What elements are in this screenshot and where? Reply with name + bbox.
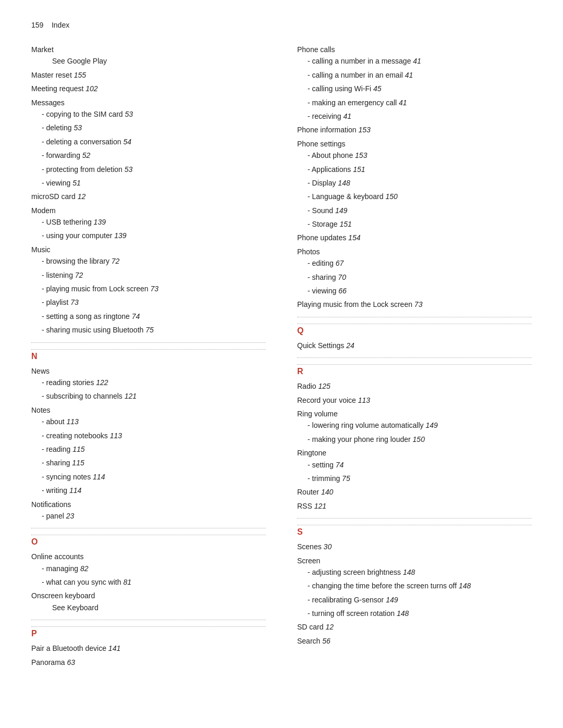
page-number: 66 [336,287,346,295]
index-entry: MarketSee Google Play [31,44,266,67]
entry-sub-item: - sharing 115 [31,457,266,468]
entry-sub-item: - playlist 73 [31,297,266,308]
sub-text: - about [42,417,65,426]
page-number: 159 [31,21,43,29]
entry-sub-item: - lowering ring volume automatically 149 [297,419,532,431]
entry-sub-item: - browsing the library 72 [31,255,266,267]
page-number: 81 [121,578,131,586]
section-letter: O [31,537,266,547]
sub-text: - playing music from Lock screen [42,285,149,293]
entry-sub-item: - managing 82 [31,563,266,574]
section-divider [297,317,532,317]
entry-sub-item: - setting 74 [297,459,532,471]
entry-title: Ringtone [297,449,326,457]
sub-text: - viewing [308,287,336,295]
sub-text: - reading [42,445,70,453]
sub-text: - calling a number in a message [308,57,411,65]
index-entry: RSS 121 [297,500,532,512]
page-number: 149 [384,596,398,604]
entry-sub-item: - adjusting screen brightness 148 [297,566,532,578]
entry-title-line: Playing music from the Lock screen 73 [297,299,532,310]
entry-title-line: Notes [31,404,266,416]
section-divider [297,364,532,365]
index-entry: Online accounts- managing 82- what can y… [31,551,266,588]
page-number: 73 [68,298,78,306]
entry-title-line: Phone calls [297,44,532,55]
sub-text: - using your computer [42,231,112,240]
entry-title: Master reset [31,71,72,79]
entry-title-line: Meeting request 102 [31,83,266,94]
entry-title: SD card [297,623,324,631]
entry-title-line: Panorama 63 [31,657,266,668]
entry-title: Meeting request [31,84,83,93]
entry-title: Phone calls [297,45,335,54]
entry-title-line: Market [31,44,266,55]
section-divider [297,324,532,324]
page-number: 148 [336,179,350,187]
entry-title-line: Onscreen keyboard [31,590,266,601]
page-number: 51 [70,179,80,187]
index-entry: Screen- adjusting screen brightness 148 … [297,555,532,620]
entry-title-line: Messages [31,97,266,108]
entry-sub-item: - Sound 149 [297,205,532,216]
entry-sub-item: - viewing 51 [31,177,266,189]
page-number: 74 [130,312,140,320]
page-number: 41 [397,98,407,107]
page-number: 148 [457,582,471,590]
entry-title: Market [31,45,54,54]
page-number: 121 [123,392,137,400]
section-letter: P [31,629,266,638]
page-number: 41 [411,57,421,65]
page-number: 139 [92,218,106,226]
index-entry: Search 56 [297,635,532,647]
entry-title-line: Pair a Bluetooth device 141 [31,643,266,654]
entry-title-line: microSD card 12 [31,191,266,202]
entry-sub-item: - calling a number in a message 41 [297,55,532,67]
sub-text: - deleting [42,124,72,132]
sub-text: - protecting from deletion [42,165,123,174]
right-column: Phone calls- calling a number in a messa… [297,44,532,670]
entry-sub-item: - Display 148 [297,177,532,189]
entry-title-line: Online accounts [31,551,266,562]
entry-title-line: Phone updates 154 [297,232,532,243]
entry-sub-item: - sharing music using Bluetooth 75 [31,324,266,336]
section-divider [31,349,266,350]
sub-text: See Google Play [42,57,107,65]
entry-title-line: Router 140 [297,486,532,498]
entry-title: Scenes [297,542,322,551]
sub-text: - sharing [42,459,70,467]
entry-sub-item: - deleting 53 [31,122,266,133]
entry-sub-item: - creating notebooks 113 [31,430,266,441]
sub-text: - Applications [308,165,351,174]
page-number: 122 [94,378,108,387]
index-entry: Meeting request 102 [31,83,266,94]
sub-text: - panel [42,512,64,520]
index-entry: Modem- USB tethering 139- using your com… [31,205,266,242]
entry-title-line: Modem [31,205,266,216]
entry-sub-item: - receiving 41 [297,110,532,122]
entry-title: Screen [297,557,320,565]
index-entry: Playing music from the Lock screen 73 [297,299,532,310]
entry-sub-item: See Keyboard [31,602,266,613]
entry-sub-item: - Storage 151 [297,218,532,230]
sub-text: - syncing notes [42,473,91,481]
sub-text: - setting [308,461,334,469]
sub-text: - USB tethering [42,218,92,226]
sub-text: - calling a number in an email [308,71,403,79]
entry-sub-item: - copying to the SIM card 53 [31,108,266,120]
page-number: 149 [333,206,347,215]
entry-title: Music [31,245,51,254]
entry-sub-item: - changing the time before the screen tu… [297,580,532,591]
sub-text: - Display [308,179,336,187]
index-entry: SD card 12 [297,621,532,633]
page-number: 73 [149,285,158,293]
entry-title: Notes [31,406,51,414]
page-number: 45 [371,84,381,93]
sub-text: - trimming [308,474,340,483]
index-entry: Quick Settings 24 [297,340,532,351]
sub-text: - what can you sync with [42,578,121,586]
page-number: 113 [65,417,79,426]
section-letter: N [31,352,266,361]
page-number: 151 [338,220,352,228]
page-number: 150 [384,192,398,201]
